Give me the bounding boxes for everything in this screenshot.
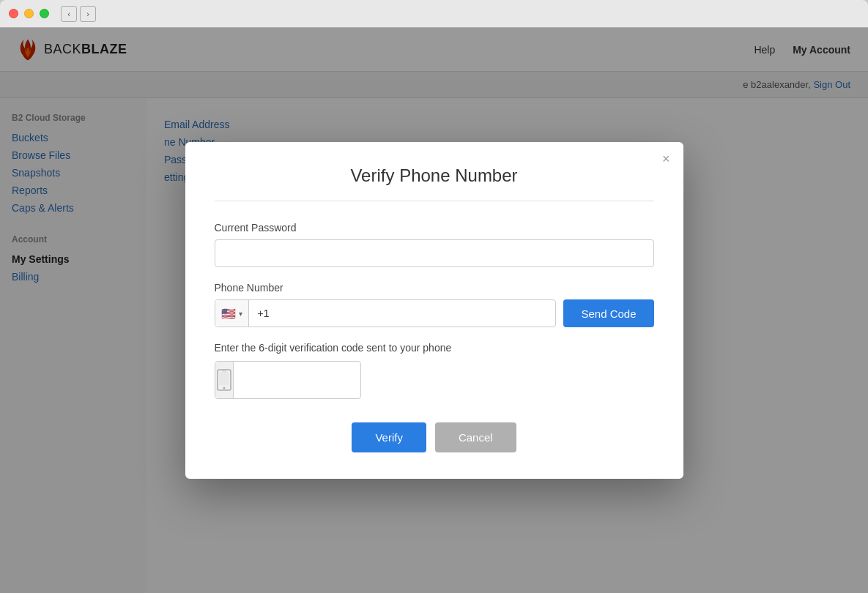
current-password-group: Current Password xyxy=(215,222,654,267)
forward-button[interactable]: › xyxy=(80,6,96,22)
traffic-light-yellow[interactable] xyxy=(24,9,34,18)
traffic-light-red[interactable] xyxy=(9,9,18,18)
phone-icon-box xyxy=(215,362,234,398)
svg-rect-1 xyxy=(219,372,229,385)
browser-content: BACKBLAZE Help My Account e b2aalexander… xyxy=(0,28,868,593)
modal-overlay: × Verify Phone Number Current Password P… xyxy=(0,28,868,593)
modal-divider xyxy=(215,201,654,201)
phone-number-group: Phone Number 🇺🇸 ▾ Send Code xyxy=(215,282,654,327)
modal-title: Verify Phone Number xyxy=(215,165,654,186)
phone-number-label: Phone Number xyxy=(215,282,654,294)
verification-code-input[interactable] xyxy=(234,367,361,393)
cancel-button[interactable]: Cancel xyxy=(435,422,516,452)
nav-arrows: ‹ › xyxy=(61,6,96,22)
verify-button[interactable]: Verify xyxy=(352,422,426,452)
current-password-input[interactable] xyxy=(215,239,654,267)
traffic-light-green[interactable] xyxy=(40,9,49,18)
svg-rect-3 xyxy=(222,371,226,372)
verification-code-group: Enter the 6-digit verification code sent… xyxy=(215,342,654,399)
phone-device-icon xyxy=(215,369,233,391)
country-flag: 🇺🇸 xyxy=(221,307,236,321)
back-button[interactable]: ‹ xyxy=(61,6,77,22)
country-arrow-icon: ▾ xyxy=(239,310,242,318)
current-password-label: Current Password xyxy=(215,222,654,234)
modal-close-button[interactable]: × xyxy=(662,152,670,165)
verify-phone-modal: × Verify Phone Number Current Password P… xyxy=(185,142,683,479)
modal-footer: Verify Cancel xyxy=(215,422,654,452)
phone-input-group: 🇺🇸 ▾ xyxy=(215,299,557,327)
country-selector[interactable]: 🇺🇸 ▾ xyxy=(215,300,249,327)
verification-input-group xyxy=(215,361,361,399)
window-chrome: ‹ › xyxy=(0,0,868,28)
svg-point-2 xyxy=(223,387,225,389)
verification-label: Enter the 6-digit verification code sent… xyxy=(215,342,654,354)
send-code-button[interactable]: Send Code xyxy=(563,299,653,327)
phone-number-input[interactable] xyxy=(249,300,556,327)
phone-row: 🇺🇸 ▾ Send Code xyxy=(215,299,654,327)
